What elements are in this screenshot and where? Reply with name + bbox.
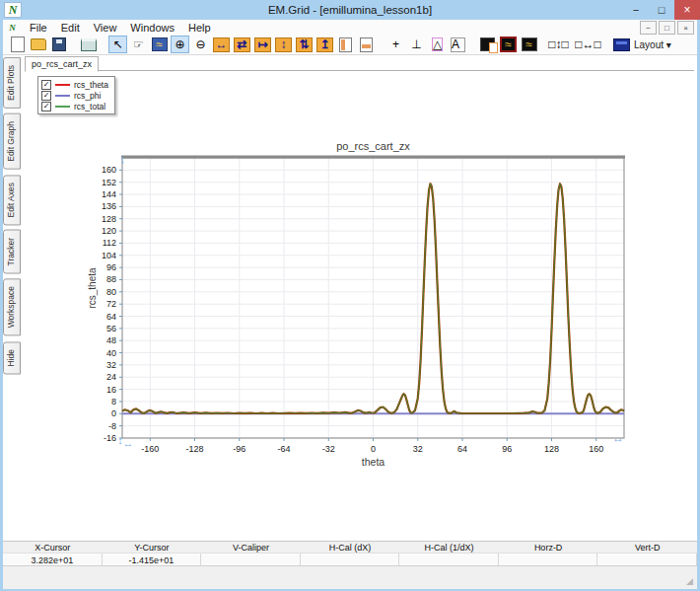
sidebar-tab-edit-graph[interactable]: Edit Graph — [3, 113, 21, 170]
y-tick-label: 16 — [106, 385, 116, 395]
sidebar-tab-hide[interactable]: Hide — [3, 341, 21, 374]
legend-checkbox-rcs_total[interactable]: ✓ — [41, 102, 51, 111]
menu-edit[interactable]: Edit — [54, 20, 87, 35]
pan-hand-icon[interactable]: ☞ — [129, 36, 148, 53]
y-tick-label: 64 — [106, 312, 116, 322]
mdi-restore-button[interactable]: □ — [659, 21, 675, 35]
menu-windows[interactable]: Windows — [123, 20, 181, 35]
legend-entry-rcs_theta: ✓rcs_theta — [41, 79, 108, 90]
layout-menu[interactable]: Layout ▾ — [608, 36, 676, 53]
plot-handle-bottom-right[interactable]: ↔ — [612, 431, 624, 445]
window-bottom-frame: ◢ — [3, 565, 697, 589]
resize-grip[interactable]: ◢ — [686, 576, 693, 586]
x-tick-label: -96 — [233, 444, 245, 454]
y-tick-label: 72 — [106, 299, 116, 309]
sidebar-tab-edit-axes[interactable]: Edit Axes — [3, 175, 21, 225]
mdi-minimize-button[interactable]: − — [640, 21, 657, 35]
x-tick-label: -160 — [141, 444, 159, 454]
zoom-in-icon[interactable]: ⊕ — [171, 36, 189, 53]
sidebar-tab-workspace[interactable]: Workspace — [3, 278, 21, 335]
window-title: EM.Grid - [emillumina_lesson1b] — [0, 4, 700, 16]
menu-help[interactable]: Help — [181, 20, 218, 35]
y-tick-label: 8 — [111, 397, 116, 406]
chart-plot-area[interactable]: -160-128-96-64-320326496128160-16-808162… — [84, 138, 661, 479]
crosshair-icon[interactable]: + — [386, 36, 405, 53]
copy-plot-icon[interactable] — [478, 36, 497, 53]
y-tick-label: 104 — [102, 251, 116, 260]
fit-y-icon[interactable]: ↥ — [315, 36, 334, 53]
y-tick-label: 120 — [102, 226, 116, 236]
legend-label: rcs_phi — [74, 91, 101, 101]
title-bar[interactable]: N EM.Grid - [emillumina_lesson1b] − □ × — [0, 0, 700, 20]
x-tick-label: -128 — [186, 444, 204, 454]
x-axis-label: theta — [362, 456, 385, 468]
app-window: N EM.Grid - [emillumina_lesson1b] − □ × … — [0, 0, 700, 591]
angle-icon[interactable]: △ — [428, 36, 447, 53]
zoom-out-icon[interactable]: ⊖ — [191, 36, 210, 53]
plot-handle-bottom-left-h[interactable]: ↔ — [123, 437, 134, 449]
y-tick-label: 56 — [106, 324, 116, 333]
open-folder-icon[interactable] — [29, 36, 47, 53]
x-tick-label: 160 — [589, 444, 603, 454]
zoom-region-icon[interactable]: ≈ — [150, 36, 169, 53]
align-vertical-icon[interactable]: □↕□ — [549, 36, 568, 53]
toolbar: ↖☞≈⊕⊖↔⇄↦↕⇅↥+⊥△A≈≈□↕□□↔□Layout ▾ — [3, 35, 697, 55]
legend-checkbox-rcs_phi[interactable]: ✓ — [41, 91, 51, 101]
align-horizontal-icon[interactable]: □↔□ — [579, 36, 597, 53]
y-tick-label: 144 — [102, 189, 116, 199]
page-rows-icon[interactable] — [357, 36, 376, 53]
legend-checkbox-rcs_theta[interactable]: ✓ — [41, 80, 51, 90]
plot-window-icon[interactable]: ≈ — [499, 36, 518, 53]
layout-icon — [613, 38, 630, 51]
y-tick-label: 88 — [106, 274, 116, 284]
emgrid-app-icon[interactable]: N — [6, 22, 19, 33]
save-icon[interactable] — [49, 36, 68, 53]
select-arrow-icon[interactable]: ↖ — [108, 36, 127, 53]
x-tick-label: -64 — [278, 444, 291, 454]
shrink-x-icon[interactable]: ⇄ — [233, 36, 251, 53]
new-document-icon[interactable] — [8, 36, 27, 53]
legend-label: rcs_total — [74, 102, 105, 111]
maximize-button[interactable]: □ — [649, 0, 674, 20]
sidebar-tab-tracker[interactable]: Tracker — [3, 230, 21, 274]
legend-line-sample — [55, 84, 70, 86]
menu-view[interactable]: View — [87, 20, 124, 35]
x-tick-label: 128 — [544, 444, 559, 454]
status-bar-values: 3.282e+01-1.415e+01 — [3, 553, 697, 566]
y-tick-label: -16 — [104, 433, 116, 443]
menu-bar: N FileEditViewWindowsHelp − □ × — [3, 20, 697, 36]
expand-x-icon[interactable]: ↔ — [212, 36, 231, 53]
y-tick-label: 0 — [111, 408, 116, 418]
y-tick-label: 40 — [106, 348, 116, 358]
close-button[interactable]: × — [674, 0, 700, 20]
expand-y-icon[interactable]: ↕ — [274, 36, 293, 53]
minimize-button[interactable]: − — [623, 0, 649, 20]
legend-entry-rcs_total: ✓rcs_total — [41, 101, 108, 111]
doc-tab-po-rcs-cart-zx[interactable]: po_rcs_cart_zx — [25, 56, 99, 72]
x-tick-label: 96 — [502, 444, 512, 454]
mdi-close-button[interactable]: × — [677, 21, 694, 35]
legend-line-sample — [55, 95, 70, 97]
page-column-icon[interactable] — [336, 36, 355, 53]
menu-file[interactable]: File — [23, 20, 54, 35]
sidebar-tab-edit-plots[interactable]: Edit Plots — [3, 57, 21, 109]
y-tick-label: 160 — [102, 165, 116, 175]
legend-entry-rcs_phi: ✓rcs_phi — [41, 90, 108, 101]
y-tick-label: 128 — [102, 214, 116, 224]
plot-handle-top-left[interactable]: ↕ — [119, 153, 125, 167]
x-tick-label: 32 — [413, 444, 423, 454]
plot-legend[interactable]: ✓rcs_theta✓rcs_phi✓rcs_total — [37, 76, 115, 114]
y-tick-label: 136 — [102, 201, 116, 211]
y-tick-label: 24 — [106, 372, 116, 382]
print-icon[interactable] — [79, 36, 98, 53]
fit-x-icon[interactable]: ↦ — [253, 36, 272, 53]
axes-icon[interactable]: ⊥ — [407, 36, 426, 53]
shrink-y-icon[interactable]: ⇅ — [295, 36, 314, 53]
x-tick-label: 64 — [457, 444, 467, 454]
y-tick-label: 48 — [106, 335, 116, 345]
y-tick-label: 112 — [103, 238, 116, 248]
plot-thumbnail-icon[interactable]: ≈ — [520, 36, 538, 53]
y-tick-label: 32 — [106, 360, 116, 370]
text-icon[interactable]: A — [449, 36, 467, 53]
y-tick-label: 152 — [102, 178, 116, 187]
